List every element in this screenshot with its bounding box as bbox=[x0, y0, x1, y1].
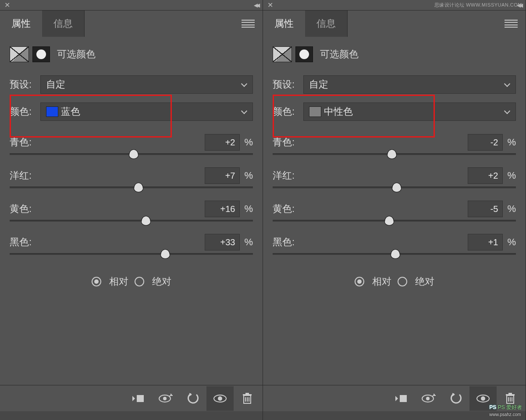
menu-icon[interactable] bbox=[505, 20, 518, 28]
mode-radios: 相对 绝对 bbox=[273, 275, 516, 288]
slider-thumb[interactable] bbox=[392, 183, 402, 192]
slider-black: 黑色: +33 % bbox=[10, 234, 253, 259]
slider-thumb[interactable] bbox=[141, 216, 151, 226]
titlebar: ✕ ◀◀ bbox=[0, 0, 263, 11]
color-value: 中性色 bbox=[324, 105, 353, 118]
svg-point-3 bbox=[163, 397, 167, 400]
percent-label: % bbox=[507, 170, 516, 181]
chevron-down-icon bbox=[504, 81, 510, 87]
adjustment-title: 可选颜色 bbox=[57, 48, 96, 61]
adjustment-icon bbox=[273, 46, 292, 62]
slider-track[interactable] bbox=[273, 153, 516, 155]
collapse-icon[interactable]: ◀◀ bbox=[254, 2, 258, 8]
slider-thumb[interactable] bbox=[387, 149, 397, 159]
slider-thumb[interactable] bbox=[160, 249, 170, 259]
view-previous-icon[interactable] bbox=[152, 386, 179, 411]
reset-icon[interactable] bbox=[179, 386, 206, 411]
color-dropdown[interactable]: 中性色 bbox=[303, 102, 516, 121]
close-icon[interactable]: ✕ bbox=[4, 1, 10, 9]
slider-label: 黑色: bbox=[10, 236, 32, 249]
slider-label: 洋红: bbox=[273, 169, 295, 182]
slider-track[interactable] bbox=[273, 253, 516, 255]
delete-icon[interactable] bbox=[234, 386, 261, 411]
svg-marker-13 bbox=[395, 396, 398, 401]
svg-point-19 bbox=[481, 396, 485, 401]
svg-point-16 bbox=[426, 397, 430, 400]
svg-rect-25 bbox=[508, 393, 512, 394]
svg-rect-1 bbox=[137, 395, 144, 402]
panel-body: 可选颜色 预设: 自定 颜色: 中性色 青色: -2 % bbox=[263, 37, 526, 385]
radio-relative-label: 相对 bbox=[372, 275, 391, 288]
tab-info[interactable]: 信息 bbox=[305, 11, 348, 37]
slider-thumb[interactable] bbox=[129, 149, 139, 159]
color-value: 蓝色 bbox=[61, 105, 80, 118]
slider-track[interactable] bbox=[273, 187, 516, 188]
preset-label: 预设: bbox=[273, 78, 303, 91]
slider-label: 黑色: bbox=[273, 236, 295, 249]
slider-black: 黑色: +1 % bbox=[273, 234, 516, 259]
layer-mask-icon[interactable] bbox=[295, 46, 313, 62]
slider-track[interactable] bbox=[10, 253, 253, 255]
value-input[interactable]: +33 bbox=[205, 234, 240, 251]
preset-dropdown[interactable]: 自定 bbox=[303, 75, 516, 94]
slider-track[interactable] bbox=[10, 220, 253, 222]
close-icon[interactable]: ✕ bbox=[267, 1, 273, 9]
svg-marker-0 bbox=[132, 396, 135, 401]
radio-absolute[interactable] bbox=[398, 277, 407, 286]
layer-mask-icon[interactable] bbox=[32, 46, 50, 62]
radio-absolute-label: 绝对 bbox=[415, 275, 434, 288]
panel-footer bbox=[0, 385, 263, 411]
clip-to-layer-icon[interactable] bbox=[125, 386, 152, 411]
preset-dropdown[interactable]: 自定 bbox=[40, 75, 253, 94]
color-label: 颜色: bbox=[273, 105, 303, 118]
percent-label: % bbox=[244, 137, 253, 148]
tab-properties[interactable]: 属性 bbox=[263, 11, 305, 37]
value-input[interactable]: -2 bbox=[468, 134, 503, 151]
value-input[interactable]: -5 bbox=[468, 201, 503, 217]
watermark-bottom: PS PS 爱好者 www.psahz.com bbox=[489, 404, 522, 417]
menu-icon[interactable] bbox=[242, 20, 255, 28]
tabbar: 属性 信息 bbox=[263, 11, 526, 37]
panel-body: 可选颜色 预设: 自定 颜色: 蓝色 青色: +2 % bbox=[0, 37, 263, 385]
svg-rect-24 bbox=[506, 394, 515, 395]
reset-icon[interactable] bbox=[442, 386, 469, 411]
slider-cyan: 青色: -2 % bbox=[273, 134, 516, 159]
svg-point-6 bbox=[218, 396, 222, 401]
tab-properties[interactable]: 属性 bbox=[0, 11, 42, 37]
radio-absolute[interactable] bbox=[135, 277, 144, 286]
resize-grip[interactable] bbox=[263, 411, 526, 420]
clip-to-layer-icon[interactable] bbox=[388, 386, 415, 411]
color-swatch bbox=[309, 106, 321, 117]
percent-label: % bbox=[244, 170, 253, 181]
slider-track[interactable] bbox=[10, 187, 253, 188]
value-input[interactable]: +1 bbox=[468, 234, 503, 251]
slider-track[interactable] bbox=[273, 220, 516, 222]
slider-thumb[interactable] bbox=[134, 183, 143, 192]
value-input[interactable]: +2 bbox=[205, 134, 240, 151]
chevron-down-icon bbox=[241, 108, 247, 114]
slider-cyan: 青色: +2 % bbox=[10, 134, 253, 159]
value-input[interactable]: +2 bbox=[468, 167, 503, 184]
percent-label: % bbox=[507, 236, 516, 248]
radio-relative[interactable] bbox=[355, 277, 364, 286]
resize-grip[interactable] bbox=[0, 411, 263, 420]
slider-thumb[interactable] bbox=[384, 216, 394, 226]
radio-relative[interactable] bbox=[92, 277, 101, 286]
value-input[interactable]: +16 bbox=[205, 201, 240, 217]
svg-rect-11 bbox=[243, 394, 252, 395]
slider-track[interactable] bbox=[10, 153, 253, 155]
tab-info[interactable]: 信息 bbox=[42, 11, 85, 37]
slider-label: 青色: bbox=[273, 136, 295, 149]
view-previous-icon[interactable] bbox=[415, 386, 442, 411]
visibility-icon[interactable] bbox=[206, 386, 234, 411]
slider-magenta: 洋红: +7 % bbox=[10, 167, 253, 193]
color-dropdown[interactable]: 蓝色 bbox=[40, 102, 253, 121]
chevron-down-icon bbox=[241, 81, 247, 87]
percent-label: % bbox=[507, 203, 516, 215]
panel-right: 思缘设计论坛 WWW.MISSYUAN.COM ✕ ◀◀ 属性 信息 可选颜色 … bbox=[263, 0, 526, 420]
svg-rect-14 bbox=[400, 395, 407, 402]
value-input[interactable]: +7 bbox=[205, 167, 240, 184]
panel-left: ✕ ◀◀ 属性 信息 可选颜色 预设: 自定 颜色: 蓝色 bbox=[0, 0, 263, 420]
preset-label: 预设: bbox=[10, 78, 40, 91]
slider-thumb[interactable] bbox=[391, 249, 400, 259]
